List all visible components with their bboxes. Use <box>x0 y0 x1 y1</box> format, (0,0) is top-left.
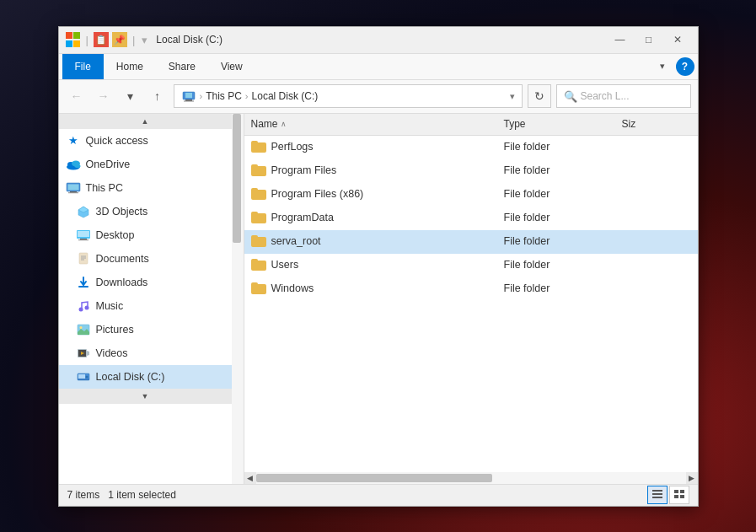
tab-share[interactable]: Share <box>156 54 208 79</box>
file-name-6: Windows <box>271 282 314 294</box>
maximize-button[interactable]: □ <box>635 30 662 49</box>
scroll-down-icon: ▼ <box>142 392 149 400</box>
file-row-users[interactable]: Users File folder <box>244 254 698 277</box>
file-name-col-4: serva_root <box>251 235 504 247</box>
sidebar-label-desktop: Desktop <box>96 229 135 241</box>
svg-rect-35 <box>652 490 662 492</box>
3d-objects-icon <box>76 204 91 219</box>
ribbon-collapse-icon[interactable]: ▾ <box>652 56 673 77</box>
svg-rect-17 <box>78 239 88 240</box>
pictures-icon <box>76 322 91 337</box>
tab-file[interactable]: File <box>62 54 104 79</box>
file-name-col-3: ProgramData <box>251 212 504 223</box>
sidebar-item-quick-access[interactable]: ★ Quick access <box>59 129 232 153</box>
file-type-col-2: File folder <box>504 188 622 200</box>
ribbon-tabs: File Home Share View ▾ ? <box>59 54 698 79</box>
window-title: Local Disk (C:) <box>156 34 223 46</box>
col-header-name[interactable]: Name ∧ <box>251 118 504 130</box>
sidebar-item-desktop[interactable]: Desktop <box>59 223 232 247</box>
view-list-button[interactable] <box>647 486 668 504</box>
path-thispc-icon <box>181 89 196 104</box>
sidebar-scroll-up-btn[interactable]: ▲ <box>59 114 232 129</box>
file-type-col-1: File folder <box>504 164 622 176</box>
col-size-label: Siz <box>622 118 636 130</box>
sidebar-item-pictures[interactable]: Pictures <box>59 318 232 341</box>
file-type-col-6: File folder <box>504 282 622 294</box>
folder-icon-6 <box>251 282 266 294</box>
file-name-1: Program Files <box>271 164 337 176</box>
sidebar-item-downloads[interactable]: Downloads <box>59 271 232 294</box>
file-row-programfiles-x86[interactable]: Program Files (x86) File folder <box>244 183 698 207</box>
file-type-col-4: File folder <box>504 235 622 247</box>
hscroll-thumb[interactable] <box>256 474 493 482</box>
main-content: ▲ ★ Quick access <box>59 114 698 484</box>
local-disk-icon <box>76 369 91 384</box>
sidebar-label-quick-access: Quick access <box>86 135 148 147</box>
svg-rect-15 <box>78 231 89 237</box>
file-row-perflogs[interactable]: PerfLogs File folder <box>244 136 698 159</box>
sidebar-label-3d-objects: 3D Objects <box>96 206 148 218</box>
close-button[interactable]: ✕ <box>664 30 691 49</box>
sidebar-vscroll-thumb[interactable] <box>233 114 241 244</box>
file-explorer-window: | 📋 📌 | ▾ Local Disk (C:) — □ ✕ File Hom… <box>58 26 699 507</box>
ribbon: File Home Share View ▾ ? <box>59 54 698 80</box>
folder-icon-4 <box>251 235 266 247</box>
svg-rect-39 <box>680 490 684 493</box>
sidebar-item-music[interactable]: Music <box>59 294 232 318</box>
svg-point-24 <box>84 305 88 309</box>
file-row-programfiles[interactable]: Program Files File folder <box>244 159 698 183</box>
path-thispc: This PC <box>206 90 242 102</box>
path-localdisk: Local Disk (C:) <box>252 90 319 102</box>
back-button[interactable]: ← <box>66 85 88 107</box>
file-type-col-3: File folder <box>504 212 622 223</box>
sidebar-item-onedrive[interactable]: OneDrive <box>59 153 232 176</box>
help-button[interactable]: ? <box>676 57 694 76</box>
refresh-button[interactable]: ↻ <box>528 84 551 108</box>
path-dropdown-icon[interactable]: ▾ <box>510 91 515 102</box>
folder-icon-5 <box>251 259 266 271</box>
file-name-col-6: Windows <box>251 282 504 294</box>
file-name-2: Program Files (x86) <box>271 188 364 200</box>
svg-rect-34 <box>78 379 89 380</box>
recent-locations-button[interactable]: ▾ <box>120 85 142 107</box>
sidebar-label-this-pc: This PC <box>86 182 123 194</box>
up-button[interactable]: ↑ <box>147 85 169 107</box>
sidebar-item-3d-objects[interactable]: 3D Objects <box>59 200 232 223</box>
minimize-button[interactable]: — <box>607 30 634 49</box>
file-name-col-5: Users <box>251 259 504 271</box>
hscroll-track[interactable] <box>256 472 686 484</box>
title-down-arrow[interactable]: ▾ <box>142 34 147 46</box>
view-tiles-button[interactable] <box>669 486 689 504</box>
sidebar-label-music: Music <box>96 300 124 312</box>
tab-home[interactable]: Home <box>104 54 156 79</box>
search-box[interactable]: 🔍 Search L... <box>556 84 691 108</box>
status-view-controls <box>647 486 689 504</box>
file-row-serva-root[interactable]: serva_root File folder <box>244 230 698 254</box>
file-row-programdata[interactable]: ProgramData File folder <box>244 207 698 230</box>
col-header-size[interactable]: Siz <box>622 118 691 130</box>
sidebar-item-documents[interactable]: Documents <box>59 247 232 271</box>
folder-icon-2 <box>251 188 266 200</box>
downloads-icon <box>76 275 91 290</box>
col-header-type[interactable]: Type <box>504 118 622 130</box>
file-name-3: ProgramData <box>271 212 334 223</box>
address-path[interactable]: › This PC › Local Disk (C:) ▾ <box>174 84 523 108</box>
sidebar-item-this-pc[interactable]: This PC <box>59 176 232 200</box>
path-sep-2: › <box>245 91 249 101</box>
sidebar-item-local-disk-c[interactable]: Local Disk (C:) <box>59 365 232 389</box>
file-type-col-5: File folder <box>504 259 622 271</box>
forward-button[interactable]: → <box>93 85 115 107</box>
sidebar-item-videos[interactable]: Videos <box>59 341 232 365</box>
title-sep-2: | <box>132 34 135 46</box>
file-name-col-0: PerfLogs <box>251 141 504 153</box>
file-list-header: Name ∧ Type Siz <box>244 114 698 136</box>
tab-view[interactable]: View <box>208 54 255 79</box>
hscroll-right-button[interactable]: ▶ <box>686 472 698 484</box>
file-row-windows[interactable]: Windows File folder <box>244 277 698 301</box>
sidebar-vscroll-track[interactable] <box>232 114 244 484</box>
hscroll-left-button[interactable]: ◀ <box>244 472 256 484</box>
sidebar-scroll-down-btn[interactable]: ▼ <box>59 389 232 404</box>
music-icon <box>76 298 91 314</box>
folder-icon-0 <box>251 141 266 153</box>
sidebar-vscrollbar <box>232 114 244 484</box>
